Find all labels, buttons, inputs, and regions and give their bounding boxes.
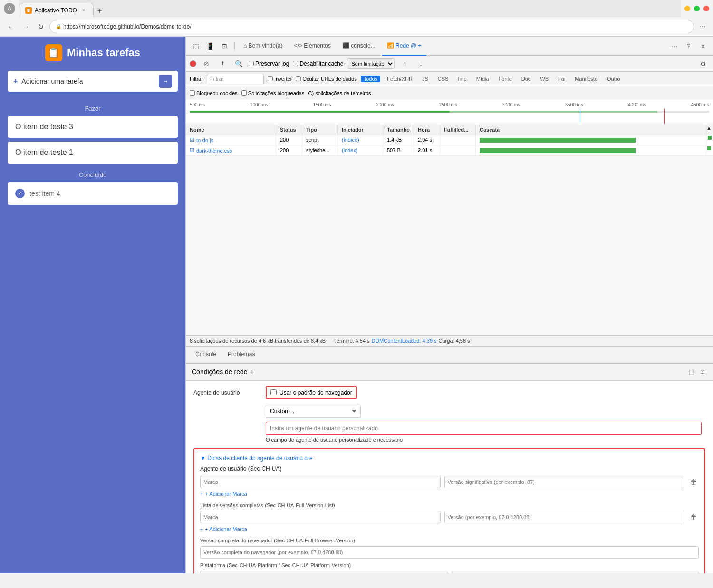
type-ws-button[interactable]: WS (537, 76, 551, 82)
refresh-button[interactable]: ↻ (34, 20, 48, 33)
preserve-log-input[interactable] (249, 61, 254, 66)
use-default-checkbox[interactable] (270, 389, 277, 395)
close-button[interactable] (703, 6, 709, 11)
ua-custom-input[interactable] (266, 422, 702, 435)
col-header-time[interactable]: Hora (414, 125, 440, 135)
type-fetch-button[interactable]: Fetch/XHR (384, 76, 415, 82)
forward-button[interactable]: → (19, 20, 32, 33)
browser-version-input[interactable] (200, 546, 699, 559)
brand-input-1[interactable] (200, 476, 441, 488)
blocked-cookies-checkbox[interactable]: Bloqueou cookies (190, 90, 238, 96)
filter-input[interactable] (207, 74, 264, 84)
devtools-inspect-button[interactable]: ⬚ (190, 40, 202, 52)
add-task-bar[interactable]: + Adicionar uma tarefa → (8, 71, 178, 92)
type-other-button[interactable]: Outro (604, 76, 623, 82)
hints-toggle[interactable]: ▼ Dicas de cliente do agente de usuário … (200, 455, 699, 462)
add-brand-1-label: + Adicionar Marca (205, 491, 247, 497)
add-brand-2-button[interactable]: + + Adicionar Marca (200, 526, 247, 532)
minimize-button[interactable] (684, 6, 690, 11)
devtools-device-button[interactable]: 📱 (204, 40, 216, 52)
disable-cache-input[interactable] (293, 61, 298, 66)
row-2-name[interactable]: dark-theme.css (196, 148, 232, 154)
version-input-2[interactable] (444, 511, 685, 523)
type-css-button[interactable]: CSS (435, 76, 452, 82)
add-brand-1-button[interactable]: + + Adicionar Marca (200, 491, 247, 497)
settings-button[interactable]: ⚙ (697, 58, 709, 70)
panel-expand-btn-2[interactable]: ⊡ (698, 367, 707, 376)
type-all-button[interactable]: Todos (361, 76, 380, 82)
tab-console-bottom[interactable]: Console (190, 346, 222, 363)
invert-input[interactable] (268, 76, 273, 81)
clear-button[interactable]: ⊘ (200, 58, 212, 70)
brand-input-2[interactable] (200, 511, 441, 523)
maximize-button[interactable] (694, 6, 700, 11)
task-item-3[interactable]: O item de teste 3 (8, 116, 178, 138)
help-button[interactable]: ? (683, 40, 695, 52)
row-1-icon: ☑ (190, 137, 194, 143)
task-item-4-completed[interactable]: ✓ test item 4 (8, 182, 178, 205)
use-default-checkbox-wrapper[interactable]: Usar o padrão do navegador (266, 386, 357, 399)
download-btn[interactable]: ↓ (414, 58, 427, 70)
hide-urls-input[interactable] (296, 76, 301, 81)
col-header-cascade[interactable]: Cascata (476, 125, 706, 135)
type-media-button[interactable]: Mídia (473, 76, 492, 82)
tab-problems[interactable]: Problemas (222, 346, 260, 363)
address-bar[interactable]: 🔒 https://microsoftedge.github.io/Demos/… (49, 20, 694, 33)
blocked-requests-checkbox[interactable]: Solicitações bloqueadas (241, 90, 305, 96)
disable-cache-checkbox[interactable]: Desabilitar cache (293, 60, 343, 67)
task-item-1[interactable]: O item de teste 1 (8, 142, 178, 164)
tab-network[interactable]: 📶 Rede @ + (382, 37, 426, 56)
cell-name-1: ☑ to-do.js (186, 135, 276, 145)
active-tab[interactable]: 📋 Aplicativo TODO × (19, 3, 94, 17)
table-row[interactable]: ☑ dark-theme.css 200 styleshe... (index)… (186, 145, 713, 156)
type-img-button[interactable]: Imp (455, 76, 469, 82)
delete-brand-1-button[interactable]: 🗑 (688, 477, 699, 487)
tab-elements[interactable]: </> Elementos (289, 37, 336, 56)
more-options-button[interactable]: ··· (696, 20, 709, 33)
throttle-select[interactable]: Sem limitação (347, 58, 395, 69)
tab-close-button[interactable]: × (80, 7, 87, 14)
more-tools-button[interactable]: ··· (668, 40, 681, 52)
profile-avatar[interactable]: A (4, 3, 15, 14)
search-button[interactable]: 🔍 (232, 58, 245, 70)
type-js-button[interactable]: JS (419, 76, 431, 82)
col-header-size[interactable]: Tamanho (383, 125, 414, 135)
col-header-initiator[interactable]: Iniciador (338, 125, 383, 135)
filter-button[interactable]: ⬆ (216, 58, 229, 70)
learn-more-link[interactable]: de usuário ore (276, 455, 313, 462)
ua-custom-select[interactable]: Custom... (266, 405, 361, 418)
tab-console[interactable]: ⬛ console... (337, 37, 380, 56)
back-button[interactable]: ← (4, 20, 17, 33)
col-header-status[interactable]: Status (276, 125, 302, 135)
col-header-type[interactable]: Tipo (302, 125, 338, 135)
type-font-button[interactable]: Fonte (496, 76, 515, 82)
preserve-log-checkbox[interactable]: Preservar log (249, 60, 289, 67)
invert-checkbox[interactable]: Inverter (268, 76, 292, 82)
type-doc-button[interactable]: Doc (519, 76, 534, 82)
delete-brand-2-button[interactable]: 🗑 (688, 512, 699, 522)
table-row[interactable]: ☑ to-do.js 200 script (índice) 1.4 kB 2.… (186, 135, 713, 145)
scroll-up-btn[interactable]: ▲ (706, 125, 713, 135)
browser-chrome: A 📋 Aplicativo TODO × + ← → ↻ 🔒 https://… (0, 0, 713, 37)
add-task-arrow-button[interactable]: → (159, 75, 172, 88)
record-button[interactable] (190, 60, 196, 67)
upload-btn[interactable]: ↑ (398, 58, 411, 70)
new-tab-button[interactable]: + (94, 5, 106, 17)
row-2-icon: ☑ (190, 147, 194, 154)
version-input-1[interactable] (444, 476, 685, 488)
col-header-fulfilled[interactable]: Fulfilled... (440, 125, 476, 135)
summary-dom: DOMContentLoaded: 4.39 s (372, 338, 437, 344)
type-manifest-button[interactable]: Manifesto (572, 76, 600, 82)
platform-version-input[interactable] (452, 571, 699, 574)
type-foi-button[interactable]: Foi (555, 76, 568, 82)
blocked-requests-input[interactable] (241, 90, 247, 96)
tab-welcome[interactable]: ⌂ Bem-vindo(a) (239, 37, 288, 56)
close-devtools-button[interactable]: × (697, 40, 709, 52)
platform-input[interactable] (200, 571, 448, 574)
blocked-cookies-input[interactable] (190, 90, 195, 96)
hide-urls-checkbox[interactable]: Ocultar URLs de dados (296, 76, 356, 82)
row-1-name[interactable]: to-do.js (196, 137, 213, 143)
panel-expand-btn[interactable]: ⬚ (686, 367, 696, 376)
devtools-toggle-button[interactable]: ⊡ (218, 40, 231, 52)
col-header-name[interactable]: Nome (186, 125, 276, 135)
